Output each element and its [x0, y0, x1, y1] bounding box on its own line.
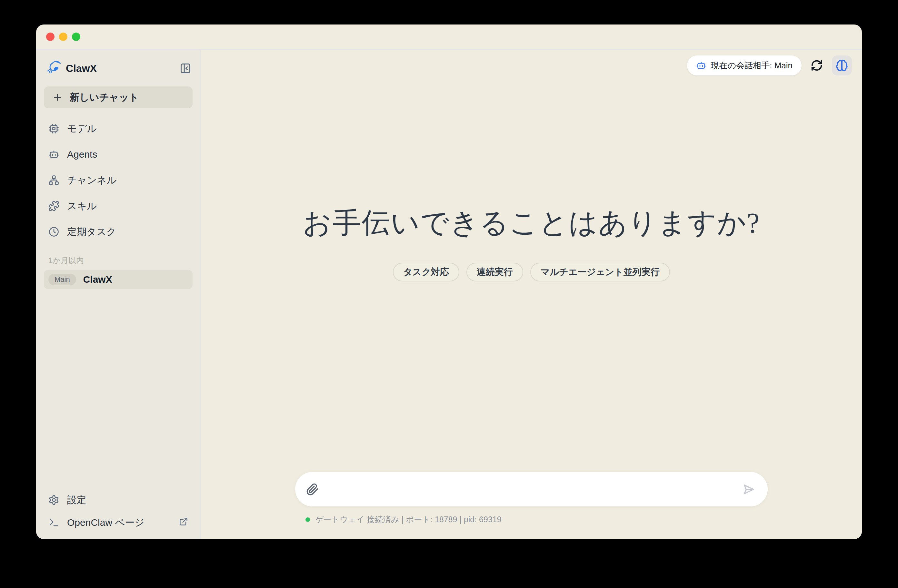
greeting-heading: お手伝いできることはありますか? [303, 204, 760, 242]
sidebar-item-skills[interactable]: スキル [44, 195, 192, 217]
new-chat-label: 新しいチャット [70, 91, 139, 104]
sidebar-nav: モデル Agents [44, 117, 192, 243]
minimize-button[interactable] [59, 32, 68, 41]
network-icon [48, 175, 59, 186]
window-content: ClawX 新しいチャット [36, 50, 862, 539]
brain-icon [836, 59, 848, 72]
sidebar-item-label: スキル [67, 200, 97, 213]
terminal-icon [48, 517, 59, 528]
chat-history-item[interactable]: Main ClawX [44, 270, 192, 289]
message-composer[interactable] [295, 472, 768, 507]
title-bar[interactable] [36, 25, 862, 50]
zoom-button[interactable] [72, 32, 80, 41]
sidebar-item-agents[interactable]: Agents [44, 143, 192, 166]
suggestion-chips: タスク対応 連続実行 マルチエージェント並列実行 [393, 263, 670, 281]
clawx-logo-icon [45, 60, 62, 77]
gear-icon [48, 494, 59, 505]
sidebar-item-label: Agents [67, 149, 97, 160]
cpu-icon [48, 123, 59, 134]
collapse-sidebar-icon[interactable] [180, 63, 191, 74]
sidebar-spacer [44, 289, 192, 489]
sidebar-item-label: モデル [67, 122, 97, 135]
puzzle-icon [48, 201, 59, 212]
composer-area: ゲートウェイ 接続済み | ポート: 18789 | pid: 69319 [201, 472, 862, 525]
sidebar-item-label: チャンネル [67, 174, 117, 187]
brain-button[interactable] [832, 55, 852, 75]
sidebar-item-scheduled-tasks[interactable]: 定期タスク [44, 221, 192, 243]
attach-file-button[interactable] [306, 483, 319, 496]
send-button[interactable] [742, 483, 755, 496]
connection-status-dot [306, 517, 310, 522]
robot-icon [696, 60, 706, 71]
sidebar-item-settings[interactable]: 設定 [44, 489, 192, 511]
current-conversation-label: 現在の会話相手: Main [711, 60, 792, 71]
message-input[interactable] [327, 472, 734, 507]
app-title: ClawX [66, 63, 97, 74]
sidebar-item-models[interactable]: モデル [44, 117, 192, 140]
refresh-icon [810, 59, 823, 72]
sidebar-item-label: 定期タスク [67, 225, 116, 238]
suggestion-chip-task[interactable]: タスク対応 [393, 263, 459, 281]
robot-icon [48, 149, 59, 160]
main-badge: Main [48, 274, 76, 285]
new-chat-button[interactable]: 新しいチャット [44, 86, 192, 108]
paperclip-icon [306, 483, 319, 496]
current-conversation-button[interactable]: 現在の会話相手: Main [687, 55, 801, 75]
sidebar-item-channels[interactable]: チャンネル [44, 169, 192, 192]
suggestion-chip-continuous[interactable]: 連続実行 [466, 263, 523, 281]
gateway-status: ゲートウェイ 接続済み | ポート: 18789 | pid: 69319 [295, 514, 768, 525]
suggestion-chip-multiagent[interactable]: マルチエージェント並列実行 [530, 263, 670, 281]
app-window: ClawX 新しいチャット [36, 25, 862, 539]
plus-icon [52, 92, 63, 103]
close-button[interactable] [46, 32, 54, 41]
sidebar-item-label: 設定 [67, 494, 86, 507]
sidebar: ClawX 新しいチャット [36, 50, 201, 539]
send-icon [742, 483, 755, 496]
top-controls: 現在の会話相手: Main [687, 55, 852, 75]
gateway-status-text: ゲートウェイ 接続済み | ポート: 18789 | pid: 69319 [315, 514, 501, 525]
main-area: 現在の会話相手: Main [201, 50, 862, 539]
sidebar-item-label: OpenClaw ページ [67, 516, 145, 529]
refresh-button[interactable] [810, 59, 823, 72]
hero: お手伝いできることはありますか? タスク対応 連続実行 マルチエージェント並列実… [201, 50, 862, 539]
external-link-icon [179, 517, 188, 528]
history-section-label: 1か月以内 [44, 255, 192, 266]
clock-icon [48, 226, 59, 237]
sidebar-item-openclaw-page[interactable]: OpenClaw ページ [44, 511, 192, 534]
sidebar-header: ClawX [44, 58, 192, 79]
chat-title: ClawX [83, 274, 112, 285]
